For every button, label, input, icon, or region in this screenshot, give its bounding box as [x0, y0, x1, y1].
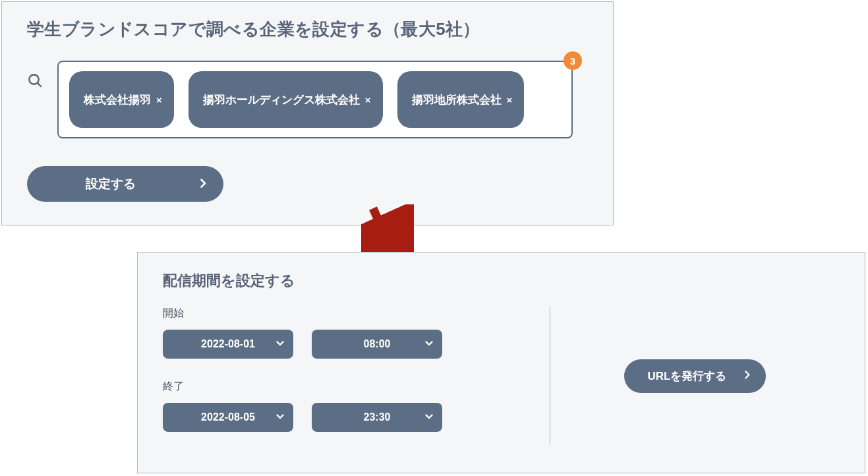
end-label: 終了 [163, 380, 543, 394]
chevron-right-icon [745, 371, 750, 381]
delivery-period-panel: 配信期間を設定する 開始 2022-08-01 08:00 終了 [137, 252, 865, 473]
dropdown-value: 2022-08-01 [163, 338, 293, 350]
button-row: 設定する [27, 166, 588, 202]
search-icon[interactable] [27, 73, 43, 91]
chip-label: 揚羽地所株式会社 [412, 92, 502, 107]
end-date-dropdown[interactable]: 2022-08-05 [163, 403, 293, 432]
company-settings-panel: 学生ブランドスコアで調べる企業を設定する（最大5社） 株式会社揚羽 × 揚羽ホー… [1, 1, 614, 225]
dropdown-value: 08:00 [312, 338, 442, 350]
button-label: 設定する [44, 175, 177, 193]
dropdown-value: 2022-08-05 [163, 411, 293, 423]
start-date-dropdown[interactable]: 2022-08-01 [163, 330, 293, 359]
company-search-row: 株式会社揚羽 × 揚羽ホールディングス株式会社 × 揚羽地所株式会社 × 3 [27, 61, 588, 138]
chevron-right-icon [200, 179, 206, 190]
chip-remove-icon[interactable]: × [156, 94, 162, 105]
panel-title: 学生ブランドスコアで調べる企業を設定する（最大5社） [27, 18, 588, 41]
chevron-down-icon [425, 338, 433, 350]
button-label: URLを発行する [648, 369, 727, 384]
chip-remove-icon[interactable]: × [507, 94, 513, 105]
company-chip-input[interactable]: 株式会社揚羽 × 揚羽ホールディングス株式会社 × 揚羽地所株式会社 × [57, 61, 573, 138]
set-companies-button[interactable]: 設定する [27, 166, 223, 202]
issue-url-button[interactable]: URLを発行する [624, 359, 767, 393]
company-chip: 揚羽地所株式会社 × [397, 71, 525, 128]
start-time-dropdown[interactable]: 08:00 [312, 330, 442, 359]
chevron-down-icon [425, 411, 433, 423]
chip-label: 株式会社揚羽 [84, 92, 151, 107]
selection-count-badge: 3 [564, 51, 582, 70]
period-right-column: URLを発行する [550, 307, 840, 445]
company-chip-box: 株式会社揚羽 × 揚羽ホールディングス株式会社 × 揚羽地所株式会社 × 3 [57, 61, 573, 138]
chevron-down-icon [276, 411, 284, 423]
period-body: 開始 2022-08-01 08:00 終了 2022 [163, 307, 840, 445]
company-chip: 揚羽ホールディングス株式会社 × [188, 71, 383, 128]
start-controls: 2022-08-01 08:00 [163, 330, 543, 359]
end-controls: 2022-08-05 23:30 [163, 403, 543, 432]
svg-line-1 [38, 83, 41, 86]
company-chip: 株式会社揚羽 × [69, 71, 174, 128]
chevron-down-icon [276, 338, 284, 350]
end-time-dropdown[interactable]: 23:30 [312, 403, 442, 432]
period-left-column: 開始 2022-08-01 08:00 終了 2022 [163, 307, 550, 445]
start-label: 開始 [163, 307, 543, 320]
dropdown-value: 23:30 [312, 411, 442, 423]
chip-remove-icon[interactable]: × [365, 94, 371, 105]
chip-label: 揚羽ホールディングス株式会社 [203, 92, 360, 107]
panel-title: 配信期間を設定する [163, 271, 840, 291]
